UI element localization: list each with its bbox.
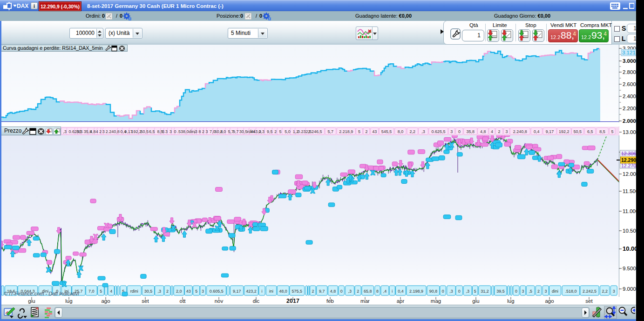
svg-text:ago: ago (101, 298, 110, 304)
svg-text:6,5: 6,5 (587, 129, 593, 134)
svg-text:3: 3 (169, 129, 172, 134)
svg-text:48,0: 48,0 (279, 289, 287, 294)
svg-text:8,0: 8,0 (398, 129, 404, 134)
svg-text:3: 3 (613, 289, 615, 294)
svg-text:2: 2 (537, 289, 540, 294)
svg-text:© IT-Finance.com - Dati Indica: © IT-Finance.com - Dati Indicativi (4, 291, 79, 296)
svg-text:,5: ,5 (529, 289, 532, 294)
svg-text:5: 5 (279, 129, 282, 134)
svg-text:,4: ,4 (383, 289, 387, 294)
svg-text:4: 4 (96, 129, 98, 134)
svg-text:set: set (142, 298, 149, 304)
svg-text:30,5: 30,5 (144, 289, 153, 294)
svg-text:0: 0 (174, 129, 176, 134)
svg-text:,3: ,3 (449, 289, 453, 294)
svg-text:90,8: 90,8 (429, 289, 438, 294)
svg-text:0: 0 (442, 289, 444, 294)
svg-text:ago: ago (545, 298, 554, 304)
svg-text:12.270: 12.270 (621, 163, 636, 168)
svg-text:12.290: 12.290 (621, 157, 636, 163)
svg-text:545,5: 545,5 (381, 129, 392, 134)
svg-text:2,2: 2,2 (602, 289, 608, 294)
svg-text:0: 0 (458, 129, 461, 134)
svg-text:10.500: 10.500 (623, 228, 636, 234)
svg-text:6,5: 6,5 (149, 129, 155, 134)
svg-text:12.000: 12.000 (623, 171, 636, 177)
svg-text:7,0: 7,0 (88, 289, 95, 294)
svg-text:2,0: 2,0 (220, 129, 226, 134)
svg-text:35,8: 35,8 (466, 129, 475, 134)
svg-text:192,2: 192,2 (559, 129, 569, 134)
svg-text:feb: feb (326, 298, 334, 304)
svg-text:0.605,5: 0.605,5 (210, 289, 224, 294)
svg-text:39,5: 39,5 (496, 289, 505, 294)
svg-text:dic: dic (253, 298, 260, 304)
svg-text:3: 3 (165, 129, 168, 134)
svg-text:43: 43 (186, 289, 191, 294)
svg-text:5: 5 (358, 129, 360, 134)
svg-text:lug: lug (507, 298, 514, 304)
svg-text:dini: dini (552, 289, 558, 294)
svg-text:9,7: 9,7 (233, 129, 239, 134)
svg-text:set: set (585, 298, 593, 304)
svg-text:5: 5 (474, 289, 476, 294)
svg-text:4,8: 4,8 (90, 129, 96, 134)
svg-text:3: 3 (205, 129, 208, 134)
svg-text:,3: ,3 (157, 289, 161, 294)
svg-text:2: 2 (312, 289, 314, 294)
svg-text:9,17: 9,17 (546, 129, 554, 134)
svg-text:65,8: 65,8 (364, 289, 372, 294)
svg-text:50,5: 50,5 (141, 129, 149, 134)
svg-text:9,17: 9,17 (233, 289, 241, 294)
svg-text:423,2: 423,2 (246, 289, 257, 294)
svg-text:0,4: 0,4 (534, 129, 540, 134)
svg-text:5: 5 (100, 289, 102, 294)
svg-text:i: i (392, 289, 393, 294)
svg-text:i: i (262, 289, 263, 294)
svg-text:4: 4 (491, 129, 493, 134)
svg-text:5: 5 (162, 129, 164, 134)
svg-text:4: 4 (110, 289, 112, 294)
svg-text:2.242,5: 2.242,5 (583, 289, 597, 294)
svg-text:11.500: 11.500 (623, 188, 636, 194)
svg-text:lug: lug (65, 298, 72, 304)
svg-text:ini: ini (269, 289, 273, 294)
svg-text:9.000: 9.000 (623, 286, 636, 292)
svg-text:.518,0: .518,0 (565, 289, 576, 294)
svg-text:4,8: 4,8 (480, 129, 486, 134)
svg-text:43: 43 (372, 129, 377, 134)
svg-text:8,5: 8,5 (599, 129, 605, 134)
svg-text:2: 2 (365, 129, 367, 134)
svg-text:0: 0 (515, 289, 517, 294)
svg-text:,3: ,3 (63, 129, 67, 134)
svg-text:0,3: 0,3 (259, 129, 265, 134)
svg-text:3: 3 (544, 289, 547, 294)
svg-text:5,0: 5,0 (285, 129, 291, 134)
svg-text:2.246,5: 2.246,5 (308, 129, 322, 134)
svg-text:nov: nov (215, 298, 224, 304)
svg-text:0: 0 (458, 289, 461, 294)
svg-text:9,5: 9,5 (267, 129, 273, 134)
svg-text:mar: mar (360, 298, 370, 304)
svg-text:30,5: 30,5 (239, 129, 248, 134)
svg-text:2.240,8: 2.240,8 (513, 129, 527, 134)
svg-text:8: 8 (376, 289, 379, 294)
svg-text:50,5: 50,5 (574, 129, 582, 134)
svg-text:8: 8 (199, 129, 201, 134)
svg-text:2: 2 (99, 129, 102, 134)
svg-text:3: 3 (505, 129, 508, 134)
svg-text:,3: ,3 (348, 289, 352, 294)
svg-text:2: 2 (202, 129, 204, 134)
svg-text:12.306: 12.306 (621, 151, 636, 156)
svg-text:10.000: 10.000 (623, 245, 636, 252)
svg-text:2: 2 (498, 129, 500, 134)
svg-text:2,0: 2,0 (176, 289, 182, 294)
svg-text:575,5: 575,5 (292, 289, 303, 294)
svg-text:2.240,8: 2.240,8 (106, 129, 120, 134)
svg-text:0,4: 0,4 (398, 289, 404, 294)
svg-text:9.500: 9.500 (623, 266, 636, 271)
svg-text:5: 5 (195, 289, 197, 294)
svg-text:31,2: 31,2 (481, 289, 489, 294)
svg-text:5,7: 5,7 (327, 129, 333, 134)
svg-text:9,7: 9,7 (319, 289, 325, 294)
